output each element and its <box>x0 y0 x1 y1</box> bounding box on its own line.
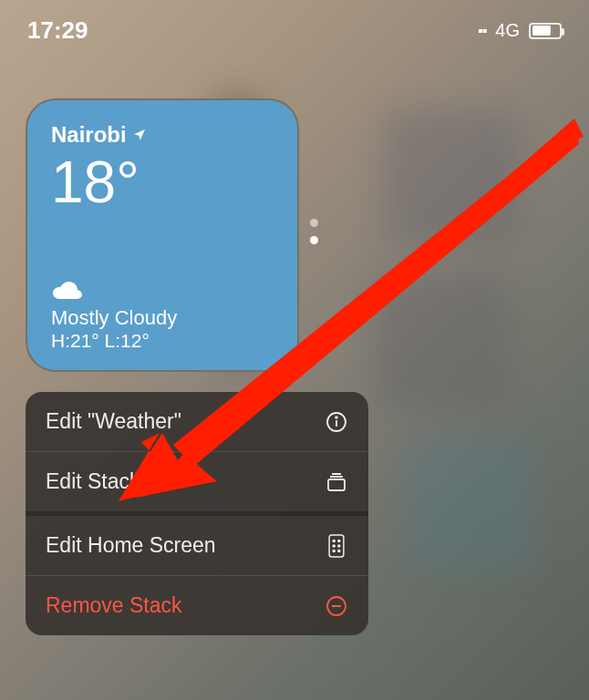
status-right: ▪▪ 4G <box>478 20 562 41</box>
battery-icon <box>529 23 562 39</box>
svg-point-10 <box>338 550 340 551</box>
menu-remove-stack[interactable]: Remove Stack <box>26 575 368 635</box>
network-label: 4G <box>495 20 520 41</box>
svg-point-6 <box>338 540 340 541</box>
cloud-icon <box>51 281 82 303</box>
weather-temperature: 18° <box>51 153 274 211</box>
stack-icon <box>325 470 348 494</box>
weather-location: Nairobi <box>51 122 127 148</box>
info-icon <box>325 410 348 434</box>
svg-point-5 <box>333 540 335 541</box>
context-menu: Edit "Weather" Edit Stack Edit Home Scre… <box>26 392 368 635</box>
menu-edit-home[interactable]: Edit Home Screen <box>26 511 368 575</box>
svg-rect-3 <box>328 479 345 490</box>
menu-label: Remove Stack <box>46 593 182 618</box>
svg-point-9 <box>333 550 335 551</box>
svg-point-2 <box>336 417 337 418</box>
status-bar: 17:29 ▪▪ 4G <box>0 16 589 45</box>
svg-rect-4 <box>329 534 344 556</box>
menu-edit-stack[interactable]: Edit Stack <box>26 451 368 511</box>
pager-dot <box>310 219 318 227</box>
menu-edit-weather[interactable]: Edit "Weather" <box>26 392 368 451</box>
menu-label: Edit "Weather" <box>46 409 181 434</box>
weather-location-row: Nairobi <box>51 122 274 148</box>
sim-indicator-icon: ▪▪ <box>478 23 486 39</box>
location-arrow-icon <box>132 128 147 142</box>
phone-grid-icon <box>325 534 348 558</box>
weather-high-low: H:21° L:12° <box>51 330 177 352</box>
menu-label: Edit Stack <box>46 469 140 494</box>
menu-label: Edit Home Screen <box>46 533 216 558</box>
weather-condition: Mostly Cloudy <box>51 306 177 330</box>
stack-pager[interactable] <box>310 219 318 244</box>
status-time: 17:29 <box>27 16 88 45</box>
pager-dot-active <box>310 236 318 244</box>
svg-point-7 <box>333 544 335 546</box>
weather-widget[interactable]: Nairobi 18° Mostly Cloudy H:21° L:12° <box>26 98 299 372</box>
svg-point-8 <box>338 544 340 546</box>
remove-icon <box>325 594 348 618</box>
